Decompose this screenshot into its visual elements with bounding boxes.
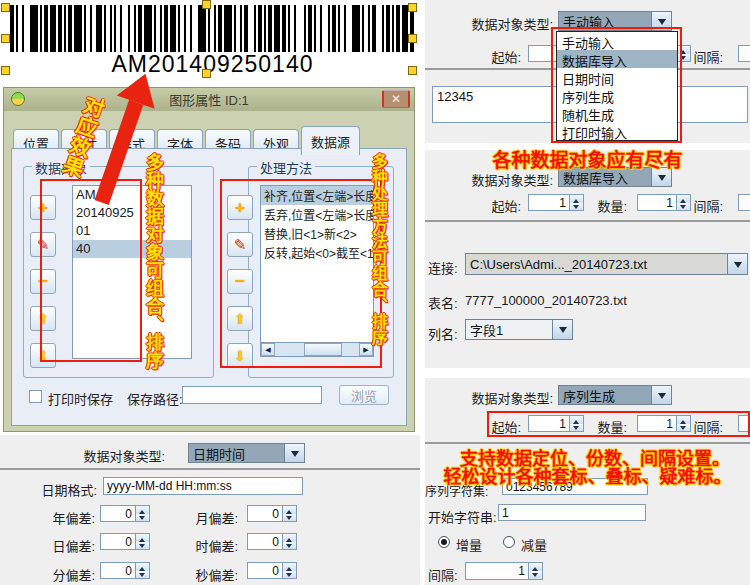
year-offset-label: 年偏差: bbox=[28, 508, 95, 527]
dialog-titlebar[interactable]: 图形属性 ID:1 ✕ bbox=[4, 88, 414, 111]
save-on-print-checkbox[interactable] bbox=[29, 390, 42, 403]
move-up-method-button[interactable]: ⬆ bbox=[227, 306, 253, 331]
move-down-data-object-button[interactable]: ⬇ bbox=[30, 343, 56, 368]
dropdown-option[interactable]: 打印时输入 bbox=[557, 122, 677, 140]
remove-method-button[interactable]: − bbox=[227, 269, 253, 294]
list-item-selected[interactable]: 40 bbox=[73, 240, 191, 258]
edit-method-button[interactable]: ✎ bbox=[227, 232, 253, 257]
chevron-down-icon[interactable] bbox=[552, 320, 572, 339]
interval-stepper[interactable]: 1 bbox=[738, 194, 750, 211]
selection-handle[interactable] bbox=[1, 34, 10, 43]
year-offset-stepper[interactable]: 0 bbox=[100, 505, 150, 522]
type-dropdown[interactable]: 序列生成 bbox=[558, 385, 672, 405]
methods-group-label: 处理方法 bbox=[257, 158, 315, 177]
column-dropdown[interactable]: 字段1 bbox=[465, 319, 573, 340]
methods-list[interactable]: 补齐,位置<左端>长度< 丢弃,位置<左端>长度< 替换,旧<1>新<2> 反转… bbox=[260, 185, 374, 343]
dropdown-option-highlighted[interactable]: 数据库导入 bbox=[557, 50, 677, 68]
start-string-label: 开始字符串: bbox=[428, 507, 497, 526]
count-stepper[interactable]: 1 bbox=[637, 194, 691, 211]
start-stepper[interactable]: 1 bbox=[528, 415, 584, 432]
day-offset-label: 日偏差: bbox=[28, 536, 95, 555]
day-offset-stepper[interactable]: 0 bbox=[100, 533, 150, 550]
list-item[interactable]: 丢弃,位置<左端>长度< bbox=[261, 205, 373, 224]
minus-icon: − bbox=[235, 273, 245, 290]
second-offset-stepper[interactable]: 0 bbox=[247, 562, 297, 579]
dropdown-option[interactable]: 序列生成 bbox=[557, 86, 677, 104]
interval-label: 间隔: bbox=[693, 417, 723, 436]
interval-stepper[interactable]: 1 bbox=[738, 415, 750, 432]
list-item[interactable]: 替换,旧<1>新<2> bbox=[261, 224, 373, 243]
selection-handle[interactable] bbox=[408, 66, 417, 75]
selection-handle[interactable] bbox=[408, 3, 417, 12]
chevron-down-icon[interactable] bbox=[651, 12, 671, 30]
type-label: 数据对象类型: bbox=[60, 446, 165, 465]
type-dropdown[interactable]: 手动输入 bbox=[558, 11, 672, 31]
graphic-properties-dialog: 图形属性 ID:1 ✕ 位置尺寸样式字体条码外观数据源 数据对象 + ✎ − ⬆… bbox=[3, 87, 415, 432]
type-dropdown-list[interactable]: 手动输入 数据库导入 日期时间 序列生成 随机生成 打印时输入 bbox=[556, 31, 678, 141]
hour-offset-label: 时偏差: bbox=[171, 536, 238, 555]
type-dropdown[interactable]: 日期时间 bbox=[188, 443, 305, 463]
barcode-canvas[interactable]: AM201409250140 bbox=[0, 0, 425, 85]
scrollbar-thumb[interactable] bbox=[304, 343, 342, 356]
minute-offset-stepper[interactable]: 0 bbox=[100, 562, 150, 579]
screen: AM201409250140 图形属性 ID:1 ✕ 位置尺寸样式字体条码外观数… bbox=[0, 0, 750, 585]
selection-handle[interactable] bbox=[1, 66, 10, 75]
hour-offset-stepper[interactable]: 0 bbox=[247, 533, 297, 550]
increment-radio[interactable] bbox=[438, 536, 450, 548]
list-item-selected[interactable]: 补齐,位置<左端>长度< bbox=[261, 186, 373, 205]
barcode-bar bbox=[74, 5, 82, 52]
connection-label: 连接: bbox=[428, 258, 458, 277]
methods-list-hscrollbar[interactable]: ◀ ▶ bbox=[260, 343, 374, 357]
annotation-right-vertical: 多种处理方法可组合、排序 bbox=[370, 153, 386, 353]
edit-data-object-button[interactable]: ✎ bbox=[30, 232, 56, 257]
count-stepper[interactable]: 1 bbox=[637, 415, 691, 432]
dropdown-option[interactable]: 日期时间 bbox=[557, 68, 677, 86]
browse-button[interactable]: 浏览 bbox=[339, 385, 389, 405]
remove-data-object-button[interactable]: − bbox=[30, 269, 56, 294]
chevron-down-icon[interactable] bbox=[284, 444, 304, 462]
chevron-down-icon[interactable] bbox=[651, 386, 671, 404]
barcode-bar bbox=[224, 5, 232, 52]
dialog-title: 图形属性 ID:1 bbox=[4, 90, 414, 109]
table-name-value: 7777_100000_20140723.txt bbox=[465, 293, 627, 308]
scrollbar-track[interactable] bbox=[275, 343, 359, 356]
scroll-left-icon[interactable]: ◀ bbox=[261, 343, 275, 356]
barcode-human-text: AM201409250140 bbox=[0, 51, 425, 78]
data-objects-list[interactable]: AM 20140925 01 40 bbox=[72, 185, 192, 359]
month-offset-stepper[interactable]: 0 bbox=[247, 505, 297, 522]
tab-datasource[interactable]: 数据源 bbox=[301, 126, 360, 155]
chevron-down-icon[interactable] bbox=[727, 254, 747, 274]
list-item[interactable]: 反转,起始<0>截至<16 bbox=[261, 243, 373, 262]
add-data-object-button[interactable]: + bbox=[30, 195, 56, 220]
list-item[interactable]: 20140925 bbox=[73, 204, 191, 222]
decrement-radio[interactable] bbox=[503, 536, 515, 548]
date-format-input[interactable]: yyyy-MM-dd HH:mm:ss bbox=[103, 477, 303, 495]
selection-handle[interactable] bbox=[202, 0, 211, 9]
barcode-image[interactable] bbox=[10, 5, 414, 52]
annotation-line2: 轻松设计各种套标、叠标、疑难标。 bbox=[425, 462, 750, 488]
close-icon[interactable]: ✕ bbox=[382, 90, 410, 108]
increment-label: 增量 bbox=[456, 535, 482, 554]
annotation-left-vertical: 多种数据对象可组合、排序 bbox=[144, 153, 162, 388]
list-item[interactable]: 01 bbox=[73, 222, 191, 240]
move-down-method-button[interactable]: ⬇ bbox=[227, 343, 253, 368]
interval-stepper[interactable]: 1 bbox=[738, 45, 750, 62]
connection-dropdown[interactable]: C:\Users\Admi..._20140723.txt bbox=[465, 253, 748, 275]
dropdown-option[interactable]: 随机生成 bbox=[557, 104, 677, 122]
start-string-input[interactable]: 1 bbox=[498, 504, 646, 521]
minus-icon: − bbox=[38, 273, 48, 290]
dropdown-option[interactable]: 手动输入 bbox=[557, 32, 677, 50]
add-method-button[interactable]: + bbox=[227, 195, 253, 220]
move-up-data-object-button[interactable]: ⬆ bbox=[30, 306, 56, 331]
tab-strip: 位置尺寸样式字体条码外观数据源 bbox=[13, 126, 362, 149]
start-stepper[interactable]: 1 bbox=[528, 194, 584, 211]
selection-handle[interactable] bbox=[1, 3, 10, 12]
count-label: 数量: bbox=[597, 417, 627, 436]
interval2-stepper[interactable]: 1 bbox=[465, 562, 543, 580]
interval-label: 间隔: bbox=[693, 196, 723, 215]
selection-handle[interactable] bbox=[202, 69, 211, 78]
month-offset-label: 月偏差: bbox=[171, 508, 238, 527]
selection-handle[interactable] bbox=[408, 34, 417, 43]
pencil-icon: ✎ bbox=[37, 236, 50, 254]
save-path-input[interactable] bbox=[182, 386, 322, 404]
